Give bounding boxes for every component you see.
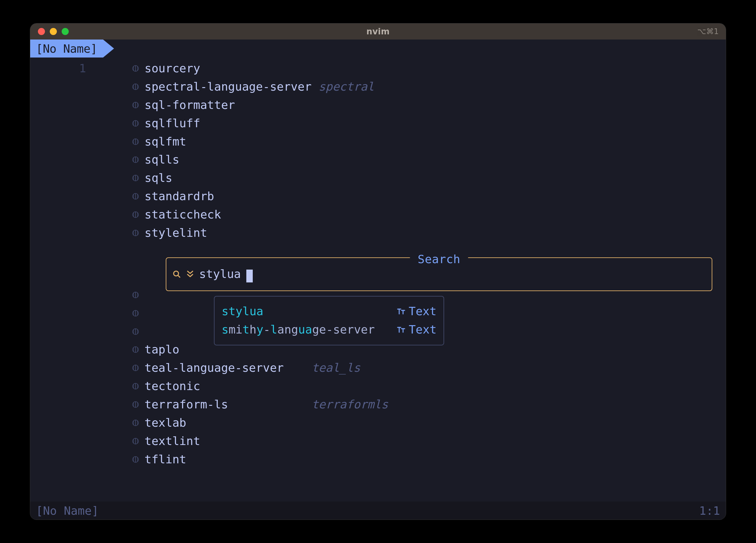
package-name: sql-formatter	[145, 98, 235, 111]
package-item[interactable]: stylelint	[132, 224, 726, 242]
line-number: 1	[30, 59, 86, 78]
text-kind-icon	[397, 308, 406, 315]
bullet-icon	[132, 174, 145, 182]
bullet-icon	[132, 119, 145, 127]
package-name: staticcheck	[145, 208, 221, 221]
search-input-value: stylua	[199, 265, 241, 284]
text-area[interactable]: sourceryspectral-language-server spectra…	[98, 57, 726, 502]
package-item[interactable]: terraform-ls terraformls	[132, 396, 726, 414]
titlebar: nvim ⌥⌘1	[30, 23, 726, 39]
bullet-icon	[132, 437, 145, 445]
package-item[interactable]: sqlls	[132, 151, 726, 169]
completion-item[interactable]: stylua Text	[222, 302, 436, 321]
window-shortcut-hint: ⌥⌘1	[697, 27, 719, 36]
completion-item-kind: Text	[397, 302, 437, 321]
package-name: tflint	[145, 453, 186, 466]
text-cursor	[246, 269, 253, 283]
editor-area: [No Name] 1 sourceryspectral-language-se…	[30, 39, 726, 520]
package-name: textlint	[145, 434, 200, 448]
package-item[interactable]: sourcery	[132, 59, 726, 78]
bullet-icon	[132, 382, 145, 390]
bullet-icon	[132, 364, 145, 372]
status-buffer-name: [No Name]	[36, 504, 99, 517]
completion-item-kind: Text	[397, 321, 437, 339]
package-item[interactable]: staticcheck	[132, 206, 726, 224]
package-item[interactable]: tectonic	[132, 377, 726, 396]
bullet-icon	[132, 192, 145, 200]
package-item[interactable]: tflint	[132, 451, 726, 469]
package-name: sqlfmt	[145, 135, 186, 148]
bullet-icon	[132, 138, 145, 145]
status-line: [No Name] 1:1	[30, 502, 726, 520]
buffer-tab-label: [No Name]	[36, 42, 97, 55]
package-alias: terraformls	[228, 398, 388, 411]
package-item[interactable]: sqls	[132, 169, 726, 187]
bullet-icon	[132, 310, 145, 317]
package-name: terraform-ls	[145, 398, 228, 411]
package-name: taplo	[145, 343, 179, 356]
zoom-window-button[interactable]	[62, 28, 69, 35]
package-name: texlab	[145, 416, 186, 429]
bullet-icon	[132, 419, 145, 427]
bullet-icon	[132, 291, 145, 299]
package-list-top: sourceryspectral-language-server spectra…	[132, 59, 726, 242]
traffic-lights	[38, 28, 69, 35]
tab-strip: [No Name]	[30, 39, 726, 57]
bullet-icon	[132, 211, 145, 218]
buffer-tab[interactable]: [No Name]	[30, 39, 103, 57]
minimize-window-button[interactable]	[50, 28, 57, 35]
bullet-icon	[132, 83, 145, 91]
package-alias: teal_ls	[284, 361, 360, 374]
completion-popup[interactable]: stylua Textsmithy-language-server Text	[214, 296, 444, 346]
search-icon	[172, 269, 181, 279]
package-name: spectral-language-server	[145, 80, 312, 93]
package-name: stylelint	[145, 226, 207, 239]
search-title: Search	[410, 250, 468, 268]
package-name: tectonic	[145, 380, 200, 393]
text-kind-icon	[397, 326, 406, 334]
chevron-down-icon	[186, 269, 194, 279]
package-name: teal-language-server	[145, 361, 284, 374]
bullet-icon	[132, 101, 145, 109]
package-item[interactable]: sql-formatter	[132, 96, 726, 114]
package-alias: spectral	[312, 80, 374, 93]
package-name: sourcery	[145, 62, 200, 75]
bullet-icon	[132, 346, 145, 354]
package-item[interactable]: spectral-language-server spectral	[132, 78, 726, 96]
search-prompt[interactable]: Search stylua	[166, 257, 712, 291]
package-item[interactable]: sqlfluff	[132, 114, 726, 133]
completion-item-name: stylua	[222, 302, 263, 321]
close-window-button[interactable]	[38, 28, 45, 35]
package-name: sqlls	[145, 153, 179, 166]
svg-line-81	[178, 276, 180, 277]
package-name: sqlfluff	[145, 117, 200, 130]
bullet-icon	[132, 229, 145, 237]
completion-item[interactable]: smithy-language-server Text	[222, 321, 436, 339]
completion-item-name: smithy-language-server	[222, 321, 375, 339]
bullet-icon	[132, 65, 145, 72]
bullet-icon	[132, 156, 145, 163]
bullet-icon	[132, 328, 145, 336]
package-item[interactable]: texlab	[132, 414, 726, 432]
package-name: sqls	[145, 171, 172, 184]
terminal-window: nvim ⌥⌘1 [No Name] 1 sourceryspectral-la…	[30, 23, 726, 520]
package-name: standardrb	[145, 189, 214, 203]
package-item[interactable]: teal-language-server teal_ls	[132, 359, 726, 377]
package-item[interactable]: textlint	[132, 432, 726, 451]
package-item[interactable]: standardrb	[132, 187, 726, 206]
window-title: nvim	[366, 27, 390, 36]
bullet-icon	[132, 456, 145, 463]
buffer-content: 1 sourceryspectral-language-server spect…	[30, 57, 726, 502]
line-number-gutter: 1	[30, 57, 98, 502]
package-item[interactable]: sqlfmt	[132, 133, 726, 151]
bullet-icon	[132, 401, 145, 408]
status-cursor-position: 1:1	[699, 504, 720, 517]
